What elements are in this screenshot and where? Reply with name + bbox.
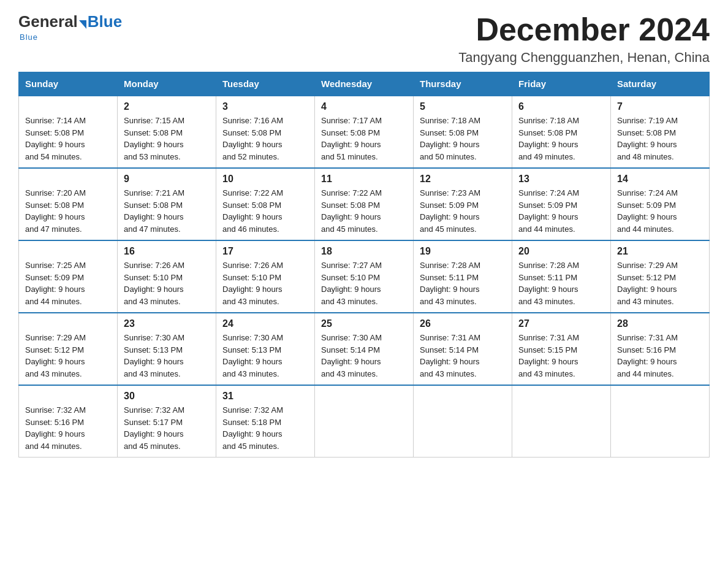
day-header-sunday: Sunday <box>19 72 118 96</box>
day-number: 23 <box>124 318 210 329</box>
calendar-table: SundayMondayTuesdayWednesdayThursdayFrid… <box>18 72 710 458</box>
day-info: Sunrise: 7:28 AMSunset: 5:11 PMDaylight:… <box>420 259 506 307</box>
logo-general-text: General <box>18 12 78 31</box>
calendar-week-row: 22Sunrise: 7:29 AMSunset: 5:12 PMDayligh… <box>19 313 710 385</box>
logo-blue-text: Blue <box>88 12 122 31</box>
calendar-cell: 12Sunrise: 7:23 AMSunset: 5:09 PMDayligh… <box>414 168 512 240</box>
day-number: 24 <box>222 318 308 329</box>
calendar-cell: 18Sunrise: 7:27 AMSunset: 5:10 PMDayligh… <box>315 240 414 313</box>
day-info: Sunrise: 7:24 AMSunset: 5:09 PMDaylight:… <box>518 187 604 235</box>
day-number: 16 <box>124 246 210 257</box>
day-number: 1 <box>25 101 111 112</box>
calendar-header-row: SundayMondayTuesdayWednesdayThursdayFrid… <box>19 72 710 96</box>
day-number: 19 <box>420 246 506 257</box>
day-info: Sunrise: 7:32 AMSunset: 5:18 PMDaylight:… <box>222 404 308 452</box>
calendar-cell: 1Sunrise: 7:14 AMSunset: 5:08 PMDaylight… <box>19 96 118 168</box>
day-info: Sunrise: 7:26 AMSunset: 5:10 PMDaylight:… <box>222 259 308 307</box>
calendar-cell: 16Sunrise: 7:26 AMSunset: 5:10 PMDayligh… <box>118 240 216 313</box>
calendar-cell <box>414 385 512 458</box>
calendar-cell: 19Sunrise: 7:28 AMSunset: 5:11 PMDayligh… <box>414 240 512 313</box>
day-info: Sunrise: 7:31 AMSunset: 5:16 PMDaylight:… <box>617 332 703 380</box>
calendar-cell: 2Sunrise: 7:15 AMSunset: 5:08 PMDaylight… <box>118 96 216 168</box>
day-number: 4 <box>321 101 407 112</box>
day-number: 28 <box>617 318 703 329</box>
calendar-cell: 13Sunrise: 7:24 AMSunset: 5:09 PMDayligh… <box>512 168 611 240</box>
day-info: Sunrise: 7:16 AMSunset: 5:08 PMDaylight:… <box>222 115 308 163</box>
calendar-cell: 3Sunrise: 7:16 AMSunset: 5:08 PMDaylight… <box>216 96 315 168</box>
calendar-cell: 23Sunrise: 7:30 AMSunset: 5:13 PMDayligh… <box>118 313 216 385</box>
day-info: Sunrise: 7:30 AMSunset: 5:14 PMDaylight:… <box>321 332 407 380</box>
calendar-cell: 6Sunrise: 7:18 AMSunset: 5:08 PMDaylight… <box>512 96 611 168</box>
day-number: 31 <box>222 391 308 402</box>
logo-arrow-icon <box>79 20 86 29</box>
day-info: Sunrise: 7:23 AMSunset: 5:09 PMDaylight:… <box>420 187 506 235</box>
calendar-cell: 7Sunrise: 7:19 AMSunset: 5:08 PMDaylight… <box>611 96 710 168</box>
day-number: 12 <box>420 174 506 185</box>
month-title: December 2024 <box>458 12 710 47</box>
day-info: Sunrise: 7:32 AMSunset: 5:17 PMDaylight:… <box>124 404 210 452</box>
day-info: Sunrise: 7:26 AMSunset: 5:10 PMDaylight:… <box>124 259 210 307</box>
day-info: Sunrise: 7:15 AMSunset: 5:08 PMDaylight:… <box>124 115 210 163</box>
calendar-cell: 29Sunrise: 7:32 AMSunset: 5:16 PMDayligh… <box>19 385 118 458</box>
calendar-cell: 28Sunrise: 7:31 AMSunset: 5:16 PMDayligh… <box>611 313 710 385</box>
day-info: Sunrise: 7:18 AMSunset: 5:08 PMDaylight:… <box>518 115 604 163</box>
calendar-cell: 26Sunrise: 7:31 AMSunset: 5:14 PMDayligh… <box>414 313 512 385</box>
title-area: December 2024 Tangyang Chengguanzhen, He… <box>458 12 710 66</box>
calendar-cell: 8Sunrise: 7:20 AMSunset: 5:08 PMDaylight… <box>19 168 118 240</box>
day-number: 7 <box>617 101 703 112</box>
day-header-monday: Monday <box>118 72 216 96</box>
day-number: 5 <box>420 101 506 112</box>
day-info: Sunrise: 7:28 AMSunset: 5:11 PMDaylight:… <box>518 259 604 307</box>
day-number: 20 <box>518 246 604 257</box>
day-info: Sunrise: 7:21 AMSunset: 5:08 PMDaylight:… <box>124 187 210 235</box>
calendar-cell: 31Sunrise: 7:32 AMSunset: 5:18 PMDayligh… <box>216 385 315 458</box>
day-number: 13 <box>518 174 604 185</box>
day-info: Sunrise: 7:27 AMSunset: 5:10 PMDaylight:… <box>321 259 407 307</box>
day-info: Sunrise: 7:25 AMSunset: 5:09 PMDaylight:… <box>25 259 111 307</box>
calendar-cell <box>611 385 710 458</box>
day-header-tuesday: Tuesday <box>216 72 315 96</box>
day-header-saturday: Saturday <box>611 72 710 96</box>
day-info: Sunrise: 7:14 AMSunset: 5:08 PMDaylight:… <box>25 115 111 163</box>
day-info: Sunrise: 7:32 AMSunset: 5:16 PMDaylight:… <box>25 404 111 452</box>
day-number: 3 <box>222 101 308 112</box>
day-number: 18 <box>321 246 407 257</box>
day-number: 17 <box>222 246 308 257</box>
day-number: 15 <box>25 246 111 257</box>
day-info: Sunrise: 7:29 AMSunset: 5:12 PMDaylight:… <box>25 332 111 380</box>
day-info: Sunrise: 7:24 AMSunset: 5:09 PMDaylight:… <box>617 187 703 235</box>
day-number: 29 <box>25 391 111 402</box>
calendar-cell: 24Sunrise: 7:30 AMSunset: 5:13 PMDayligh… <box>216 313 315 385</box>
calendar-cell: 17Sunrise: 7:26 AMSunset: 5:10 PMDayligh… <box>216 240 315 313</box>
day-number: 2 <box>124 101 210 112</box>
calendar-week-row: 15Sunrise: 7:25 AMSunset: 5:09 PMDayligh… <box>19 240 710 313</box>
calendar-cell: 20Sunrise: 7:28 AMSunset: 5:11 PMDayligh… <box>512 240 611 313</box>
calendar-cell: 14Sunrise: 7:24 AMSunset: 5:09 PMDayligh… <box>611 168 710 240</box>
logo: General Blue Blue <box>18 12 122 42</box>
calendar-cell: 5Sunrise: 7:18 AMSunset: 5:08 PMDaylight… <box>414 96 512 168</box>
calendar-week-row: 1Sunrise: 7:14 AMSunset: 5:08 PMDaylight… <box>19 96 710 168</box>
day-number: 10 <box>222 174 308 185</box>
day-info: Sunrise: 7:18 AMSunset: 5:08 PMDaylight:… <box>420 115 506 163</box>
day-number: 14 <box>617 174 703 185</box>
day-info: Sunrise: 7:31 AMSunset: 5:15 PMDaylight:… <box>518 332 604 380</box>
day-header-thursday: Thursday <box>414 72 512 96</box>
day-number: 6 <box>518 101 604 112</box>
day-info: Sunrise: 7:29 AMSunset: 5:12 PMDaylight:… <box>617 259 703 307</box>
day-info: Sunrise: 7:22 AMSunset: 5:08 PMDaylight:… <box>321 187 407 235</box>
calendar-cell: 10Sunrise: 7:22 AMSunset: 5:08 PMDayligh… <box>216 168 315 240</box>
day-number: 27 <box>518 318 604 329</box>
calendar-cell: 27Sunrise: 7:31 AMSunset: 5:15 PMDayligh… <box>512 313 611 385</box>
day-info: Sunrise: 7:19 AMSunset: 5:08 PMDaylight:… <box>617 115 703 163</box>
logo-tagline: Blue <box>20 33 38 42</box>
page-header: General Blue Blue December 2024 Tangyang… <box>18 12 710 66</box>
day-header-wednesday: Wednesday <box>315 72 414 96</box>
calendar-week-row: 29Sunrise: 7:32 AMSunset: 5:16 PMDayligh… <box>19 385 710 458</box>
calendar-cell: 21Sunrise: 7:29 AMSunset: 5:12 PMDayligh… <box>611 240 710 313</box>
calendar-week-row: 8Sunrise: 7:20 AMSunset: 5:08 PMDaylight… <box>19 168 710 240</box>
calendar-cell <box>512 385 611 458</box>
day-number: 25 <box>321 318 407 329</box>
day-number: 22 <box>25 318 111 329</box>
location-title: Tangyang Chengguanzhen, Henan, China <box>458 50 710 66</box>
day-info: Sunrise: 7:20 AMSunset: 5:08 PMDaylight:… <box>25 187 111 235</box>
